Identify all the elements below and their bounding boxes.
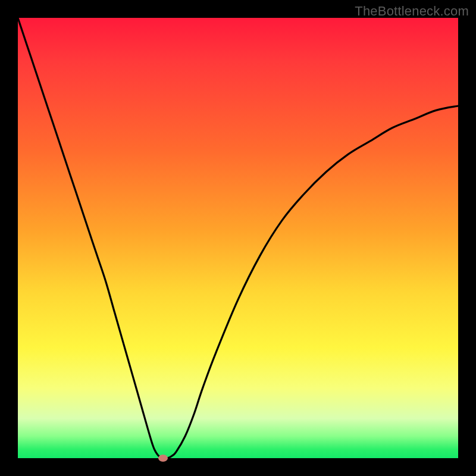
optimal-point-marker bbox=[158, 455, 168, 462]
chart-frame: TheBottleneck.com bbox=[0, 0, 476, 476]
watermark-text: TheBottleneck.com bbox=[355, 4, 469, 19]
bottleneck-curve bbox=[18, 18, 458, 458]
plot-area bbox=[18, 18, 458, 458]
